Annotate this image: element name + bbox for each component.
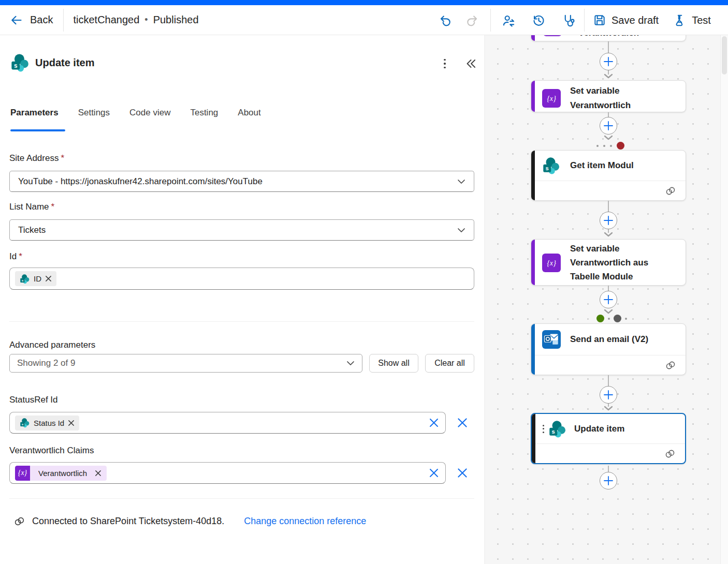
id-label: Id* <box>9 251 22 262</box>
collaborators-button[interactable] <box>501 13 516 27</box>
node-accent <box>531 151 535 200</box>
statusref-id-input[interactable]: s Status Id <box>9 412 446 434</box>
node-drag-handle[interactable] <box>543 425 544 433</box>
clear-field-icon[interactable] <box>428 417 440 429</box>
flow-node-set-variable-verantwortlich-aus-tabelle[interactable]: {x} Set variable Verantwortlich aus Tabe… <box>531 239 686 286</box>
app-header: Back ticketChanged • Published Save draf… <box>0 5 728 35</box>
insert-step-button[interactable] <box>600 212 617 229</box>
plus-icon <box>603 215 614 226</box>
insert-step-button[interactable] <box>600 472 617 489</box>
verantwortlich-token-pill[interactable]: {x} Verantwortlich <box>15 466 107 481</box>
insert-step-button[interactable] <box>600 386 617 404</box>
node-title: Set variable Verantwortlich <box>570 84 678 112</box>
clear-all-button[interactable]: Clear all <box>425 354 474 373</box>
flow-canvas[interactable]: {x} Verantwortlich {x} Set variable Vera… <box>486 35 728 564</box>
panel-title: Update item <box>35 57 94 69</box>
node-title: Verantwortlich <box>578 35 639 40</box>
plus-icon <box>603 121 614 131</box>
node-footer <box>535 181 686 200</box>
list-name-dropdown[interactable]: Tickets <box>9 219 474 241</box>
flow-connector <box>608 286 609 291</box>
more-actions-button[interactable] <box>439 57 450 70</box>
id-token-pill[interactable]: s ID <box>15 271 56 286</box>
status-dot-gray <box>614 315 621 322</box>
flow-connector <box>608 112 609 117</box>
clear-field-icon[interactable] <box>428 467 440 479</box>
remove-token-icon[interactable] <box>95 470 101 477</box>
show-all-button[interactable]: Show all <box>369 354 418 373</box>
node-title: Set variable Verantwortlich aus Tabelle … <box>570 242 678 284</box>
flow-node-send-an-email-v2[interactable]: Send an email (V2) <box>531 323 686 375</box>
flow-node-set-variable-verantwortlich[interactable]: {x} Set variable Verantwortlich <box>531 80 686 112</box>
scrollbar-thumb[interactable] <box>722 36 727 75</box>
chevron-down-icon <box>346 361 355 366</box>
tab-settings[interactable]: Settings <box>78 108 110 118</box>
svg-text:s: s <box>546 165 549 171</box>
svg-text:s: s <box>22 278 24 282</box>
advanced-parameters-dropdown[interactable]: Showing 2 of 9 <box>9 354 362 373</box>
statusref-token-pill[interactable]: s Status Id <box>15 415 79 431</box>
remove-parameter-button[interactable] <box>456 466 469 480</box>
tab-testing[interactable]: Testing <box>190 108 218 118</box>
tab-parameters[interactable]: Parameters <box>10 108 59 118</box>
flow-node-get-item-modul[interactable]: s Get item Modul <box>531 150 686 201</box>
back-button[interactable]: Back <box>9 14 53 26</box>
connection-text: Connected to SharePoint Ticketsystem-40d… <box>32 516 224 527</box>
remove-token-icon[interactable] <box>45 275 52 282</box>
site-address-dropdown[interactable]: YouTube - https://jonaskufner42.sharepoi… <box>9 171 474 192</box>
id-token-label: ID <box>34 274 41 283</box>
tab-code-view[interactable]: Code view <box>129 108 170 118</box>
plus-icon <box>603 56 614 67</box>
flow-name: ticketChanged <box>73 14 139 26</box>
undo-icon <box>438 13 452 27</box>
test-label: Test <box>692 14 711 26</box>
required-asterisk: * <box>61 153 64 163</box>
advanced-parameters-value: Showing 2 of 9 <box>17 358 75 368</box>
sharepoint-icon: s <box>548 420 567 438</box>
verantwortlich-claims-input[interactable]: {x} Verantwortlich <box>9 462 446 484</box>
dot <box>610 145 612 147</box>
arrowhead-icon <box>604 309 613 314</box>
svg-text:s: s <box>552 428 555 435</box>
change-connection-link[interactable]: Change connection reference <box>244 516 366 527</box>
status-dot-green <box>596 315 604 322</box>
beaker-icon <box>673 13 687 27</box>
connection-link-icon <box>665 185 676 197</box>
verantwortlich-token-label: Verantwortlich <box>38 469 87 478</box>
stethoscope-icon <box>562 13 576 27</box>
status-dot-red <box>617 142 624 150</box>
save-draft-button[interactable]: Save draft <box>593 13 659 27</box>
header-divider <box>490 9 491 32</box>
back-label: Back <box>30 14 53 26</box>
dot <box>625 318 627 320</box>
canvas-scrollbar[interactable] <box>720 35 728 564</box>
collapse-panel-button[interactable] <box>464 57 477 70</box>
required-asterisk: * <box>51 202 55 212</box>
redo-button[interactable] <box>465 13 480 27</box>
id-input[interactable]: s ID <box>9 268 474 290</box>
node-accent <box>531 35 535 41</box>
version-history-button[interactable] <box>531 13 546 27</box>
remove-token-icon[interactable] <box>68 420 75 426</box>
tab-about[interactable]: About <box>238 108 260 118</box>
people-swap-icon <box>502 13 516 27</box>
node-accent <box>531 240 535 285</box>
chevron-down-icon <box>457 228 465 233</box>
header-divider <box>584 9 585 32</box>
insert-step-button[interactable] <box>600 117 617 135</box>
undo-button[interactable] <box>438 13 452 27</box>
dot <box>608 318 610 320</box>
insert-step-button[interactable] <box>600 291 617 308</box>
svg-text:{x}: {x} <box>547 94 556 102</box>
flow-node-update-item[interactable]: s Update item <box>531 413 686 464</box>
connection-link-icon <box>664 448 676 459</box>
flow-checker-button[interactable] <box>561 13 576 27</box>
arrowhead-icon <box>604 73 613 79</box>
flow-node-verantwortlich-partial[interactable]: {x} Verantwortlich <box>531 35 686 41</box>
dismiss-icon <box>456 466 469 480</box>
insert-step-button[interactable] <box>600 53 617 70</box>
node-title: Get item Modul <box>570 158 634 173</box>
remove-parameter-button[interactable] <box>456 416 469 429</box>
chevron-down-icon <box>457 179 465 184</box>
test-button[interactable]: Test <box>673 13 711 27</box>
